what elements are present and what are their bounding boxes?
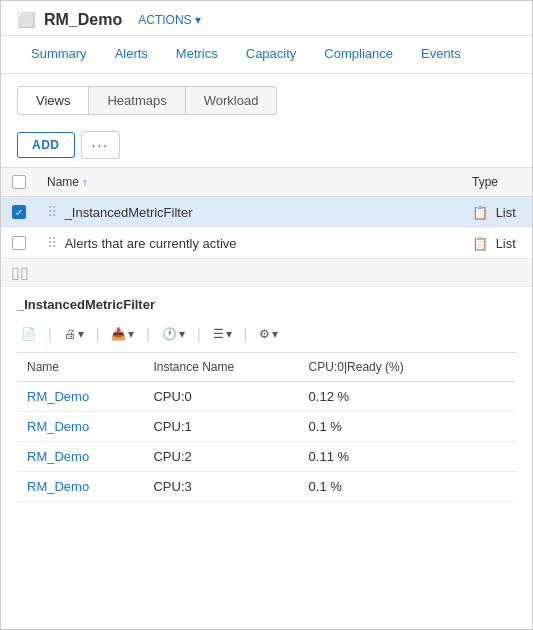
drag-handle-icon[interactable]: ⠿ [47, 204, 61, 220]
data-row: RM_Demo CPU:1 0.1 % [17, 412, 516, 442]
cpu-col-header: CPU:0|Ready (%) [299, 353, 476, 382]
page-title: ⬜ RM_Demo [17, 11, 122, 29]
row-checkbox[interactable] [12, 236, 26, 250]
action-col-header [476, 353, 516, 382]
resize-handle[interactable]: ▯▯ [11, 263, 522, 282]
instance-cell: CPU:2 [143, 442, 298, 472]
subtab-heatmaps[interactable]: Heatmaps [89, 86, 185, 115]
title-text: RM_Demo [44, 11, 122, 29]
add-button[interactable]: ADD [17, 132, 75, 158]
row-name: Alerts that are currently active [65, 236, 237, 251]
data-row: RM_Demo CPU:3 0.1 % [17, 472, 516, 502]
list-icon: 📋 [472, 236, 488, 251]
separator: | [144, 326, 152, 342]
value-cell: 0.1 % [299, 472, 476, 502]
detail-section: _InstancedMetricFilter 📄 | 🖨 ▾ | 📥 ▾ | 🕐… [1, 287, 532, 502]
rm-demo-link-2[interactable]: RM_Demo [27, 449, 89, 464]
checkbox-column-header [1, 168, 37, 197]
print-btn[interactable]: 🖨 ▾ [60, 324, 88, 344]
add-col-btn[interactable]: 📥 ▾ [107, 324, 138, 344]
detail-title: _InstancedMetricFilter [17, 297, 516, 312]
gear-icon: ⚙ [259, 327, 270, 341]
separator: | [242, 326, 250, 342]
value-cell: 0.11 % [299, 442, 476, 472]
select-all-checkbox[interactable] [12, 175, 26, 189]
row-checkbox[interactable]: ✓ [12, 205, 26, 219]
add-col-icon: 📥 [111, 327, 126, 341]
views-table: Name ↑ Type ✓ ⠿ _InstancedMetricFilter 📋… [1, 167, 532, 287]
export-btn[interactable]: 📄 [17, 324, 40, 344]
chevron-icon: ▾ [78, 327, 84, 341]
columns-icon: ☰ [213, 327, 224, 341]
drag-handle-icon[interactable]: ⠿ [47, 235, 61, 251]
time-btn[interactable]: 🕐 ▾ [158, 324, 189, 344]
nav-tabs: Summary Alerts Metrics Capacity Complian… [1, 36, 532, 74]
chevron-icon: ▾ [128, 327, 134, 341]
tab-metrics[interactable]: Metrics [162, 36, 232, 73]
separator: | [94, 326, 102, 342]
table-row[interactable]: ⠿ Alerts that are currently active 📋 Lis… [1, 228, 532, 259]
actions-label: ACTIONS [138, 13, 191, 27]
separator: | [46, 326, 54, 342]
value-cell: 0.12 % [299, 382, 476, 412]
clock-icon: 🕐 [162, 327, 177, 341]
more-options-button[interactable]: ··· [81, 131, 121, 159]
instance-cell: CPU:1 [143, 412, 298, 442]
table-row[interactable]: ✓ ⠿ _InstancedMetricFilter 📋 List [1, 197, 532, 228]
actions-button[interactable]: ACTIONS ▾ [138, 13, 200, 27]
resize-row: ▯▯ [1, 259, 532, 287]
chevron-icon: ▾ [272, 327, 278, 341]
columns-btn[interactable]: ☰ ▾ [209, 324, 236, 344]
row-type: List [496, 236, 516, 251]
rm-demo-link-0[interactable]: RM_Demo [27, 389, 89, 404]
sub-tabs: Views Heatmaps Workload [1, 74, 532, 123]
print-icon: 🖨 [64, 327, 76, 341]
tab-capacity[interactable]: Capacity [232, 36, 311, 73]
actions-chevron-icon: ▾ [195, 13, 201, 27]
instance-col-header: Instance Name [143, 353, 298, 382]
instance-cell: CPU:3 [143, 472, 298, 502]
row-actions [476, 382, 516, 412]
instance-cell: CPU:0 [143, 382, 298, 412]
list-icon: 📋 [472, 205, 488, 220]
tab-summary[interactable]: Summary [17, 36, 101, 73]
views-toolbar: ADD ··· [1, 123, 532, 167]
vm-icon: ⬜ [17, 11, 36, 29]
rm-demo-link-3[interactable]: RM_Demo [27, 479, 89, 494]
export-icon: 📄 [21, 327, 36, 341]
detail-toolbar: 📄 | 🖨 ▾ | 📥 ▾ | 🕐 ▾ | ☰ ▾ | ⚙ ▾ [17, 320, 516, 353]
chevron-icon: ▾ [226, 327, 232, 341]
subtab-workload[interactable]: Workload [186, 86, 278, 115]
value-cell: 0.1 % [299, 412, 476, 442]
row-actions [476, 472, 516, 502]
tab-events[interactable]: Events [407, 36, 475, 73]
data-row: RM_Demo CPU:0 0.12 % [17, 382, 516, 412]
type-column-header: Type [462, 168, 532, 197]
row-actions [476, 442, 516, 472]
name-col-header: Name [17, 353, 143, 382]
tab-compliance[interactable]: Compliance [310, 36, 407, 73]
subtab-views[interactable]: Views [17, 86, 89, 115]
data-table: Name Instance Name CPU:0|Ready (%) RM_De… [17, 353, 516, 502]
name-column-header[interactable]: Name ↑ [37, 168, 462, 197]
settings-btn[interactable]: ⚙ ▾ [255, 324, 282, 344]
row-name: _InstancedMetricFilter [65, 205, 193, 220]
page-header: ⬜ RM_Demo ACTIONS ▾ [1, 1, 532, 36]
tab-alerts[interactable]: Alerts [101, 36, 162, 73]
separator: | [195, 326, 203, 342]
sort-icon: ↑ [82, 176, 88, 188]
row-type: List [496, 205, 516, 220]
rm-demo-link-1[interactable]: RM_Demo [27, 419, 89, 434]
row-actions [476, 412, 516, 442]
chevron-icon: ▾ [179, 327, 185, 341]
data-row: RM_Demo CPU:2 0.11 % [17, 442, 516, 472]
